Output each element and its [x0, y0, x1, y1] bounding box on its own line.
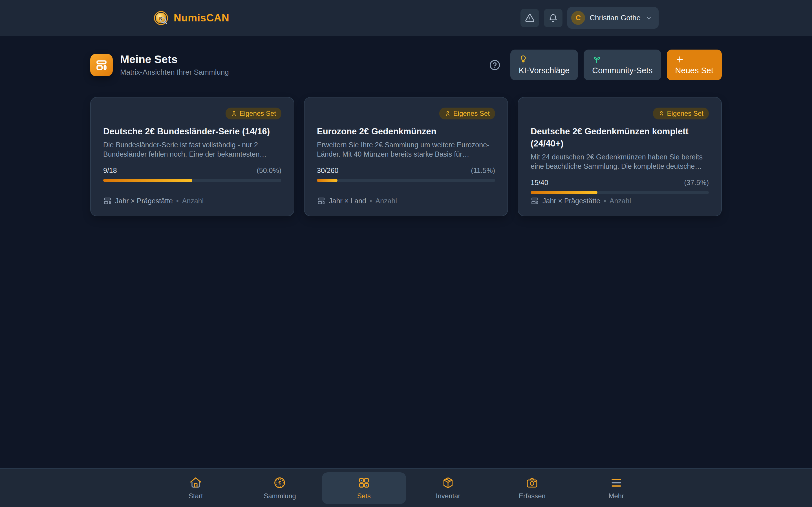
main-content: Meine Sets Matrix-Ansichten Ihrer Sammlu… — [90, 36, 722, 216]
set-title: Eurozone 2€ Gedenkmünzen — [317, 126, 495, 138]
matrix-axes: Jahr × Prägestätte — [115, 197, 173, 205]
page-subtitle: Matrix-Ansichten Ihrer Sammlung — [120, 68, 229, 76]
set-title: Deutsche 2€ Bundesländer-Serie (14/16) — [103, 126, 282, 138]
page-title: Meine Sets — [120, 53, 229, 66]
home-icon — [189, 476, 202, 489]
top-header: N NumisCAN C Chri — [0, 0, 812, 36]
set-description: Mit 24 deutschen 2€ Gedenkmünzen haben S… — [530, 152, 709, 171]
menu-icon — [610, 476, 623, 489]
set-card[interactable]: Eigenes Set Deutsche 2€ Gedenkmünzen kom… — [518, 97, 722, 216]
user-icon — [658, 110, 665, 117]
grid-icon — [357, 476, 370, 489]
package-icon — [442, 476, 455, 489]
set-cards: Eigenes Set Deutsche 2€ Bundesländer-Ser… — [90, 97, 722, 216]
user-name: Christian Gothe — [590, 13, 641, 22]
nav-item-mehr[interactable]: Mehr — [574, 472, 658, 504]
coin-icon: € — [273, 476, 286, 489]
app-logo[interactable]: N NumisCAN — [153, 10, 229, 25]
matrix-layout-icon — [95, 59, 108, 71]
progress-percent: (50.0%) — [257, 166, 282, 175]
lightbulb-icon — [519, 55, 528, 64]
nav-item-inventar[interactable]: Inventar — [406, 472, 490, 504]
owner-badge: Eigenes Set — [225, 108, 282, 119]
progress-count: 30/260 — [317, 166, 338, 175]
nav-item-erfassen[interactable]: Erfassen — [490, 472, 574, 504]
set-card[interactable]: Eigenes Set Eurozone 2€ Gedenkmünzen Erw… — [304, 97, 508, 216]
set-description: Erweitern Sie Ihre 2€ Sammlung um weiter… — [317, 140, 495, 159]
alerts-button[interactable] — [520, 9, 539, 27]
svg-text:€: € — [278, 480, 282, 486]
progress-bar — [103, 179, 282, 182]
matrix-metric: Anzahl — [610, 197, 631, 205]
matrix-layout-icon — [530, 196, 539, 205]
owner-badge: Eigenes Set — [439, 108, 495, 119]
matrix-axes: Jahr × Prägestätte — [543, 197, 600, 205]
chevron-down-icon — [645, 14, 652, 22]
help-button[interactable] — [489, 59, 501, 71]
bottom-navigation: Start € Sammlung Sets — [0, 468, 812, 507]
plus-icon — [675, 55, 684, 64]
set-description: Die Bundesländer-Serie ist fast vollstän… — [103, 140, 282, 159]
bell-icon — [548, 13, 558, 23]
progress-percent: (37.5%) — [684, 179, 709, 187]
matrix-metric: Anzahl — [182, 197, 204, 205]
set-card[interactable]: Eigenes Set Deutsche 2€ Bundesländer-Ser… — [90, 97, 294, 216]
sprout-icon — [592, 55, 601, 64]
help-icon — [489, 59, 501, 71]
matrix-axes: Jahr × Land — [329, 197, 366, 205]
community-sets-button[interactable]: Community-Sets — [583, 50, 661, 80]
ki-suggestions-button[interactable]: KI-Vorschläge — [510, 50, 578, 80]
matrix-layout-icon — [317, 196, 325, 205]
set-title: Deutsche 2€ Gedenkmünzen komplett (24/40… — [530, 126, 709, 150]
camera-icon — [525, 476, 539, 489]
nav-item-sets[interactable]: Sets — [322, 472, 406, 504]
nav-item-start[interactable]: Start — [154, 472, 238, 504]
user-menu[interactable]: C Christian Gothe — [567, 7, 659, 29]
owner-badge: Eigenes Set — [653, 108, 709, 119]
progress-count: 9/18 — [103, 166, 117, 175]
user-icon — [231, 110, 237, 117]
progress-percent: (11.5%) — [471, 166, 495, 175]
user-icon — [445, 110, 451, 117]
new-set-button[interactable]: Neues Set — [667, 50, 722, 80]
progress-count: 15/40 — [530, 179, 548, 187]
matrix-metric: Anzahl — [375, 197, 397, 205]
coin-logo-icon: N — [153, 10, 168, 25]
progress-bar — [317, 179, 495, 182]
warning-icon — [525, 13, 535, 23]
progress-bar — [530, 191, 709, 194]
notifications-button[interactable] — [544, 9, 562, 27]
page-icon — [90, 54, 113, 76]
app-name: NumisCAN — [174, 12, 229, 24]
avatar: C — [571, 11, 585, 25]
nav-item-sammlung[interactable]: € Sammlung — [238, 472, 322, 504]
matrix-layout-icon — [103, 196, 112, 205]
